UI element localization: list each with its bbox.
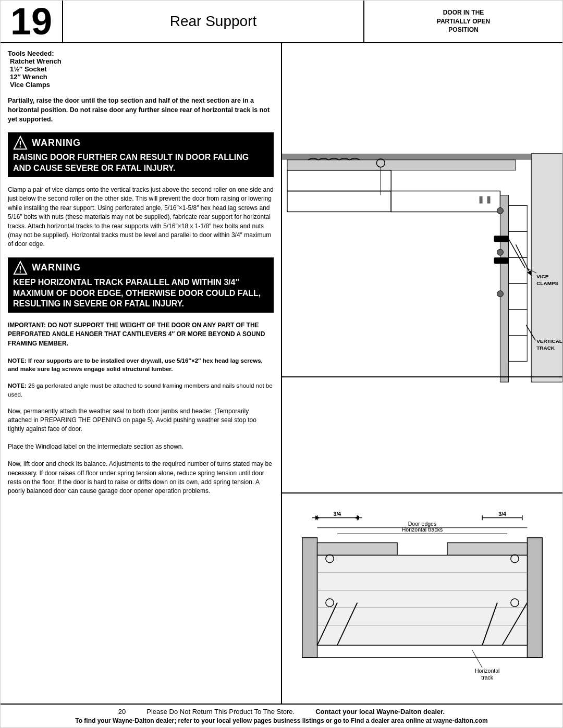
svg-text:Horizontal: Horizontal [475, 668, 499, 674]
warning-triangle-icon-2: ! [13, 261, 28, 275]
svg-rect-15 [508, 310, 527, 336]
step-number: 19 [10, 3, 52, 40]
footer-dont-return: Please Do Not Return This Product To The… [146, 708, 295, 715]
svg-rect-14 [508, 283, 527, 310]
tools-section: Tools Needed: Ratchet Wrench 1½″ Socket … [8, 50, 274, 89]
svg-text:track: track [481, 674, 494, 681]
svg-point-19 [497, 291, 503, 297]
svg-rect-49 [302, 538, 317, 658]
title-box: Rear Support [63, 1, 364, 42]
svg-rect-21 [494, 257, 508, 264]
svg-rect-52 [447, 542, 527, 555]
svg-rect-16 [508, 336, 527, 362]
note-2: NOTE: 26 ga perforated angle must be att… [8, 381, 274, 398]
body-text-4: Now, lift door and check its balance. Ad… [8, 460, 274, 496]
svg-line-22 [508, 239, 525, 268]
svg-rect-25 [480, 196, 483, 204]
warning-box-2: ! WARNING KEEP HORIZONTAL TRACK PARALLEL… [8, 257, 274, 313]
warning-header-2: ! WARNING [13, 261, 268, 275]
diagram-bottom-svg: 3/4 3/4 [287, 499, 557, 697]
body-text-2: Now, permanently attach the weather seal… [8, 407, 274, 434]
diagram-bottom: 3/4 3/4 [282, 493, 562, 704]
warning-text-2: KEEP HORIZONTAL TRACK PARALLEL AND WITHI… [13, 277, 268, 310]
body-text-3: Place the Windload label on the intermed… [8, 442, 274, 451]
tool-wrench: 12″ Wrench [10, 73, 274, 81]
body-text-1: Clamp a pair of vice clamps onto the ver… [8, 186, 274, 249]
warning-title-2: WARNING [32, 262, 81, 273]
svg-rect-53 [317, 555, 528, 645]
svg-text:VICE: VICE [536, 274, 549, 279]
svg-rect-10 [500, 195, 508, 382]
footer-contact: Contact your local Wayne-Dalton dealer. [315, 708, 445, 715]
svg-line-28 [516, 244, 531, 276]
door-position-label: DOOR IN THE PARTIALLY OPEN POSITION [437, 8, 490, 34]
diagram-top: VICE CLAMPS VERTICAL TRACK [282, 43, 562, 493]
warning-triangle-icon-1: ! [13, 135, 28, 150]
svg-rect-50 [527, 538, 542, 658]
svg-rect-8 [287, 191, 391, 212]
svg-text:VERTICAL: VERTICAL [536, 338, 562, 344]
note-1: NOTE: If rear supports are to be install… [8, 356, 274, 373]
intro-text: Partially, raise the door until the top … [8, 96, 274, 124]
svg-rect-20 [494, 236, 508, 242]
important-text: IMPORTANT: DO NOT SUPPORT THE WEIGHT OF … [8, 321, 274, 348]
step-number-box: 19 [1, 1, 63, 42]
footer: 20 Please Do Not Return This Product To … [1, 704, 562, 727]
svg-marker-9 [391, 191, 500, 212]
svg-line-69 [472, 650, 482, 668]
svg-text:Horizontal tracks: Horizontal tracks [402, 526, 443, 533]
warning-box-1: ! WARNING RAISING DOOR FURTHER CAN RESUL… [8, 132, 274, 177]
footer-line2: To find your Wayne-Dalton dealer; refer … [75, 717, 487, 724]
header-row: 19 Rear Support DOOR IN THE PARTIALLY OP… [1, 1, 562, 43]
svg-rect-11 [508, 205, 527, 231]
svg-text:Door edges: Door edges [408, 521, 437, 527]
svg-rect-7 [287, 170, 391, 191]
svg-text:CLAMPS: CLAMPS [536, 280, 558, 286]
svg-rect-6 [287, 160, 516, 170]
tool-socket: 1½″ Socket [10, 65, 274, 73]
warning-text-1: RAISING DOOR FURTHER CAN RESULT IN DOOR … [13, 152, 268, 174]
diagram-top-svg: VICE CLAMPS VERTICAL TRACK [282, 43, 562, 492]
svg-rect-12 [508, 231, 527, 257]
svg-rect-51 [317, 542, 397, 555]
tool-vice: Vice Clamps [10, 81, 274, 89]
footer-line1: 20 Please Do Not Return This Product To … [118, 708, 445, 715]
tool-ratchet: Ratchet Wrench [10, 57, 274, 65]
door-position-box: DOOR IN THE PARTIALLY OPEN POSITION [364, 1, 562, 42]
svg-text:!: ! [19, 265, 21, 274]
warning-header-1: ! WARNING [13, 135, 268, 150]
page-number: 20 [118, 708, 126, 715]
svg-text:3/4: 3/4 [498, 511, 506, 517]
svg-point-18 [497, 249, 503, 255]
right-col: VICE CLAMPS VERTICAL TRACK [282, 43, 562, 704]
svg-text:3/4: 3/4 [334, 511, 341, 517]
svg-rect-26 [487, 196, 491, 204]
page-wrapper: 19 Rear Support DOOR IN THE PARTIALLY OP… [0, 0, 563, 728]
svg-text:TRACK: TRACK [536, 345, 555, 351]
page-title: Rear Support [170, 13, 257, 30]
svg-point-17 [497, 207, 503, 214]
tools-label: Tools Needed: [8, 50, 274, 57]
svg-rect-4 [282, 154, 562, 160]
main-content: Tools Needed: Ratchet Wrench 1½″ Socket … [1, 43, 562, 704]
left-col: Tools Needed: Ratchet Wrench 1½″ Socket … [1, 43, 282, 704]
warning-title-1: WARNING [32, 138, 81, 149]
svg-text:!: ! [19, 140, 21, 149]
